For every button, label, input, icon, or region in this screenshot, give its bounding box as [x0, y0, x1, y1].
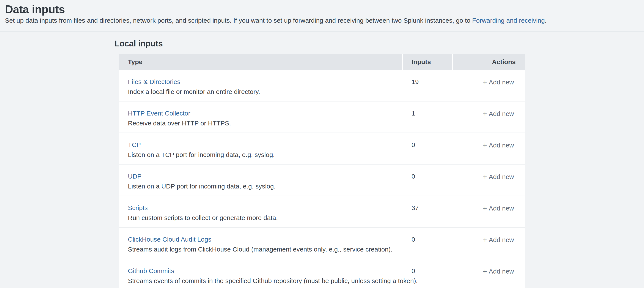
plus-icon: + [483, 172, 487, 181]
table-header-row: Type Inputs Actions [119, 54, 525, 70]
type-cell: ClickHouse Cloud Audit Logs Streams audi… [119, 227, 402, 259]
subtitle-text: Set up data inputs from files and direct… [5, 17, 472, 24]
actions-cell: +Add new [453, 259, 525, 288]
input-type-link[interactable]: UDP [128, 172, 142, 180]
actions-cell: +Add new [453, 227, 525, 259]
add-new-label: Add new [489, 142, 514, 149]
table-row: UDP Listen on a UDP port for incoming da… [119, 164, 525, 196]
table-row: ClickHouse Cloud Audit Logs Streams audi… [119, 227, 525, 259]
add-new-label: Add new [489, 173, 514, 180]
plus-icon: + [483, 78, 487, 86]
add-new-label: Add new [489, 79, 514, 86]
table-row: Github Commits Streams events of commits… [119, 259, 525, 288]
input-type-description: Streams audit logs from ClickHouse Cloud… [128, 245, 395, 253]
plus-icon: + [483, 109, 487, 118]
add-new-label: Add new [489, 236, 514, 243]
input-type-link[interactable]: Github Commits [128, 267, 174, 275]
local-inputs-heading: Local inputs [114, 39, 644, 48]
table-row: TCP Listen on a TCP port for incoming da… [119, 133, 525, 164]
input-type-link[interactable]: TCP [128, 141, 141, 149]
type-cell: TCP Listen on a TCP port for incoming da… [119, 133, 402, 164]
actions-cell: +Add new [453, 133, 525, 164]
actions-cell: +Add new [453, 196, 525, 227]
input-type-description: Receive data over HTTP or HTTPS. [128, 119, 395, 127]
subtitle-period: . [545, 17, 546, 24]
actions-cell: +Add new [453, 102, 525, 133]
page-title: Data inputs [5, 3, 635, 16]
plus-icon: + [483, 141, 487, 149]
add-new-label: Add new [489, 110, 514, 117]
table-row: Scripts Run custom scripts to collect or… [119, 196, 525, 227]
add-new-link[interactable]: +Add new [483, 173, 514, 180]
add-new-link[interactable]: +Add new [483, 236, 514, 243]
type-cell: HTTP Event Collector Receive data over H… [119, 102, 402, 133]
plus-icon: + [483, 204, 487, 212]
inputs-count: 37 [403, 196, 452, 227]
inputs-count: 0 [403, 164, 452, 196]
column-header-inputs: Inputs [403, 54, 452, 70]
inputs-count: 0 [403, 133, 452, 164]
type-cell: Files & Directories Index a local file o… [119, 70, 402, 101]
add-new-link[interactable]: +Add new [483, 79, 514, 86]
inputs-count: 1 [403, 102, 452, 133]
input-type-description: Listen on a TCP port for incoming data, … [128, 151, 395, 159]
add-new-link[interactable]: +Add new [483, 142, 514, 149]
local-inputs-table: Type Inputs Actions Files & Directories … [119, 54, 525, 288]
column-header-actions: Actions [453, 54, 525, 70]
actions-cell: +Add new [453, 164, 525, 196]
add-new-label: Add new [489, 268, 514, 275]
inputs-count: 19 [403, 70, 452, 101]
add-new-link[interactable]: +Add new [483, 205, 514, 212]
actions-cell: +Add new [453, 70, 525, 101]
inputs-count: 0 [403, 227, 452, 259]
input-type-link[interactable]: ClickHouse Cloud Audit Logs [128, 235, 211, 243]
table-row: Files & Directories Index a local file o… [119, 70, 525, 102]
content-area: Local inputs Type Inputs Actions Files &… [0, 39, 644, 288]
input-type-description: Run custom scripts to collect or generat… [128, 214, 395, 222]
inputs-count: 0 [403, 259, 452, 288]
page-subtitle: Set up data inputs from files and direct… [5, 17, 635, 25]
input-type-description: Listen on a UDP port for incoming data, … [128, 182, 395, 190]
table-row: HTTP Event Collector Receive data over H… [119, 102, 525, 133]
column-header-type: Type [119, 54, 402, 70]
input-type-link[interactable]: Scripts [128, 204, 148, 212]
forwarding-and-receiving-link[interactable]: Forwarding and receiving [472, 17, 545, 24]
input-type-description: Index a local file or monitor an entire … [128, 88, 395, 96]
page-header: Data inputs Set up data inputs from file… [0, 0, 644, 32]
plus-icon: + [483, 267, 487, 275]
input-type-link[interactable]: Files & Directories [128, 78, 180, 86]
input-type-description: Streams events of commits in the specifi… [128, 277, 395, 285]
input-type-link[interactable]: HTTP Event Collector [128, 109, 190, 117]
add-new-link[interactable]: +Add new [483, 110, 514, 117]
type-cell: Scripts Run custom scripts to collect or… [119, 196, 402, 227]
type-cell: Github Commits Streams events of commits… [119, 259, 402, 288]
type-cell: UDP Listen on a UDP port for incoming da… [119, 164, 402, 196]
add-new-label: Add new [489, 205, 514, 212]
add-new-link[interactable]: +Add new [483, 268, 514, 275]
plus-icon: + [483, 235, 487, 244]
